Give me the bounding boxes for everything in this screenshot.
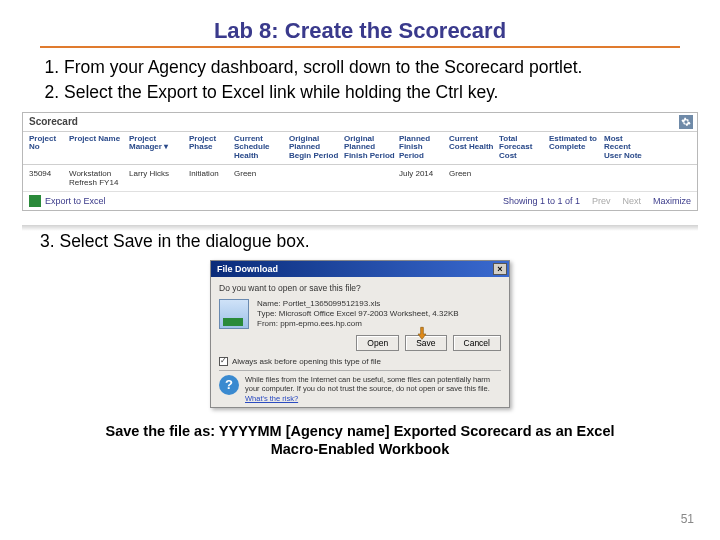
name-value: Portlet_1365099512193.xls — [283, 299, 380, 308]
prev-link[interactable]: Prev — [592, 196, 611, 206]
cell-schedule-health: Green — [234, 169, 289, 187]
cell-project-manager: Larry Hicks — [129, 169, 189, 187]
export-to-excel-link[interactable]: Export to Excel — [45, 196, 106, 206]
from-label: From: — [257, 319, 278, 328]
dialog-question: Do you want to open or save this file? — [219, 283, 501, 293]
cell-orig-begin — [289, 169, 344, 187]
col-project-name[interactable]: Project Name — [69, 135, 129, 161]
col-project-manager[interactable]: Project Manager ▾ — [129, 135, 189, 161]
warning-text: While files from the Internet can be use… — [245, 375, 501, 403]
cell-est-complete — [549, 169, 604, 187]
arrow-icon — [414, 326, 430, 344]
scorecard-header-row: Project No Project Name Project Manager … — [23, 132, 697, 165]
scorecard-title: Scorecard — [29, 116, 78, 127]
divider — [219, 370, 501, 371]
page-title: Lab 8: Create the Scorecard — [40, 18, 680, 44]
col-orig-finish[interactable]: Original Planned Finish Period — [344, 135, 399, 161]
cell-cost-health: Green — [449, 169, 499, 187]
col-total-forecast[interactable]: Total Forecast Cost — [499, 135, 549, 161]
file-icon — [219, 299, 249, 329]
page-number: 51 — [681, 512, 694, 526]
file-download-dialog: File Download × Do you want to open or s… — [210, 260, 510, 408]
cancel-button[interactable]: Cancel — [453, 335, 501, 351]
step-1: From your Agency dashboard, scroll down … — [64, 56, 680, 79]
excel-icon — [29, 195, 41, 207]
type-label: Type: — [257, 309, 277, 318]
col-project-phase[interactable]: Project Phase — [189, 135, 234, 161]
save-button[interactable]: Save — [405, 335, 446, 351]
steps-list: From your Agency dashboard, scroll down … — [40, 56, 680, 104]
step-2: Select the Export to Excel link while ho… — [64, 81, 680, 104]
cell-project-name: Workstation Refresh FY14 — [69, 169, 129, 187]
save-instruction: Save the file as: YYYYMM [Agency name] E… — [80, 422, 640, 458]
always-ask-label: Always ask before opening this type of f… — [232, 357, 381, 366]
whats-the-risk-link[interactable]: What's the risk? — [245, 394, 298, 403]
col-orig-begin[interactable]: Original Planned Begin Period — [289, 135, 344, 161]
scorecard-portlet: Scorecard Project No Project Name Projec… — [22, 112, 698, 211]
scorecard-footer: Export to Excel Showing 1 to 1 of 1 Prev… — [23, 192, 697, 210]
scorecard-titlebar: Scorecard — [23, 113, 697, 132]
col-planned-finish[interactable]: Planned Finish Period — [399, 135, 449, 161]
col-schedule-health[interactable]: Current Schedule Health — [234, 135, 289, 161]
from-value: ppm-epmo.ees.hp.com — [280, 319, 362, 328]
col-est-complete[interactable]: Estimated to Complete — [549, 135, 604, 161]
name-label: Name: — [257, 299, 281, 308]
next-link[interactable]: Next — [622, 196, 641, 206]
type-value: Microsoft Office Excel 97-2003 Worksheet… — [279, 309, 459, 318]
cell-orig-finish — [344, 169, 399, 187]
maximize-link[interactable]: Maximize — [653, 196, 691, 206]
dialog-title: File Download — [217, 264, 278, 274]
info-icon: ? — [219, 375, 239, 395]
dialog-meta: Name: Portlet_1365099512193.xls Type: Mi… — [257, 299, 459, 329]
showing-text: Showing 1 to 1 of 1 — [503, 196, 580, 206]
table-row[interactable]: 35094 Workstation Refresh FY14 Larry Hic… — [23, 165, 697, 192]
close-icon[interactable]: × — [493, 263, 507, 275]
gear-icon[interactable] — [679, 115, 693, 129]
col-user-note[interactable]: Most Recent User Note — [604, 135, 654, 161]
dialog-titlebar: File Download × — [211, 261, 509, 277]
col-cost-health[interactable]: Current Cost Health — [449, 135, 499, 161]
cell-user-note — [604, 169, 654, 187]
open-button[interactable]: Open — [356, 335, 399, 351]
step-3: 3. Select Save in the dialogue box. — [40, 231, 680, 252]
cell-project-phase: Initiation — [189, 169, 234, 187]
col-project-no[interactable]: Project No — [29, 135, 69, 161]
cell-project-no: 35094 — [29, 169, 69, 187]
cell-total-forecast — [499, 169, 549, 187]
always-ask-checkbox[interactable]: ✓ — [219, 357, 228, 366]
title-underline — [40, 46, 680, 48]
cell-planned-finish: July 2014 — [399, 169, 449, 187]
